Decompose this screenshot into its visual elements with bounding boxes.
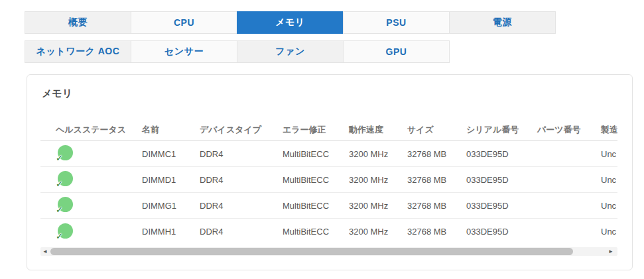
tab-psu[interactable]: PSU <box>343 11 450 34</box>
column-header: パーツ番号 <box>522 124 586 136</box>
tab-cpu[interactable]: CPU <box>131 11 237 34</box>
health-ok-icon: ✓ <box>56 223 73 241</box>
scroll-right-arrow-icon[interactable]: ► <box>606 247 615 256</box>
cell-serial: 033DE95D <box>451 149 522 159</box>
table-row: ✓DIMMC1DDR4MultiBitECC3200 MHz32768 MB03… <box>40 141 617 167</box>
cell-name: DIMMC1 <box>127 149 184 159</box>
cell-manufacturer: Unc <box>586 149 617 159</box>
tab-fan[interactable]: ファン <box>237 40 344 63</box>
health-status-cell: ✓ <box>40 223 127 241</box>
cell-size: 32768 MB <box>392 227 451 237</box>
cell-speed: 3200 MHz <box>334 201 392 211</box>
column-header: デバイスタイプ <box>184 124 267 136</box>
cell-speed: 3200 MHz <box>334 175 392 185</box>
cell-error-correction: MultiBitECC <box>267 201 334 211</box>
health-status-cell: ✓ <box>40 197 127 214</box>
table-row: ✓DIMMD1DDR4MultiBitECC3200 MHz32768 MB03… <box>40 167 617 193</box>
tab-bar-secondary: ネットワーク AOCセンサーファンGPU <box>25 40 450 63</box>
cell-speed: 3200 MHz <box>334 149 392 159</box>
scrollbar-thumb[interactable] <box>50 248 573 255</box>
cell-serial: 033DE95D <box>451 227 522 237</box>
table-header-row: ヘルスステータス名前デバイスタイプエラー修正動作速度サイズシリアル番号パーツ番号… <box>40 119 617 141</box>
cell-manufacturer: Unc <box>586 175 617 185</box>
table-body: ✓DIMMC1DDR4MultiBitECC3200 MHz32768 MB03… <box>40 141 617 245</box>
column-header: 製造元 <box>586 124 617 136</box>
column-header: 名前 <box>127 124 184 136</box>
cell-device-type: DDR4 <box>184 149 267 159</box>
column-header: サイズ <box>392 124 451 136</box>
cell-speed: 3200 MHz <box>334 227 392 237</box>
panel-title: メモリ <box>42 87 632 100</box>
cell-name: DIMMG1 <box>127 201 184 211</box>
memory-table: ヘルスステータス名前デバイスタイプエラー修正動作速度サイズシリアル番号パーツ番号… <box>40 119 617 256</box>
table-row: ✓DIMMG1DDR4MultiBitECC3200 MHz32768 MB03… <box>40 193 617 219</box>
horizontal-scrollbar[interactable]: ◄ ► <box>40 247 617 256</box>
cell-size: 32768 MB <box>392 201 451 211</box>
tab-bar-primary: 概要CPUメモリPSU電源 <box>25 11 556 34</box>
health-status-cell: ✓ <box>40 145 127 162</box>
column-header: ヘルスステータス <box>40 124 127 136</box>
cell-name: DIMMD1 <box>127 175 184 185</box>
cell-manufacturer: Unc <box>586 201 617 211</box>
cell-error-correction: MultiBitECC <box>267 227 334 237</box>
column-header: エラー修正 <box>267 124 334 136</box>
cell-manufacturer: Unc <box>586 227 617 237</box>
column-header: シリアル番号 <box>451 124 522 136</box>
cell-error-correction: MultiBitECC <box>267 149 334 159</box>
health-ok-icon: ✓ <box>56 145 73 162</box>
cell-serial: 033DE95D <box>451 201 522 211</box>
tab-network-aoc[interactable]: ネットワーク AOC <box>25 40 131 63</box>
health-status-cell: ✓ <box>40 171 127 188</box>
health-ok-icon: ✓ <box>56 171 73 188</box>
memory-panel: メモリ ヘルスステータス名前デバイスタイプエラー修正動作速度サイズシリアル番号パ… <box>27 74 633 270</box>
cell-device-type: DDR4 <box>184 201 267 211</box>
cell-name: DIMMH1 <box>127 227 184 237</box>
cell-error-correction: MultiBitECC <box>267 175 334 185</box>
cell-device-type: DDR4 <box>184 227 267 237</box>
cell-serial: 033DE95D <box>451 175 522 185</box>
cell-device-type: DDR4 <box>184 175 267 185</box>
health-ok-icon: ✓ <box>56 197 73 214</box>
tab-memory[interactable]: メモリ <box>237 11 344 34</box>
table-row: ✓DIMMH1DDR4MultiBitECC3200 MHz32768 MB03… <box>40 219 617 245</box>
tab-power[interactable]: 電源 <box>449 11 556 34</box>
tab-overview[interactable]: 概要 <box>25 11 131 34</box>
tab-sensor[interactable]: センサー <box>131 40 237 63</box>
cell-size: 32768 MB <box>392 175 451 185</box>
tab-gpu[interactable]: GPU <box>343 40 450 63</box>
scroll-left-arrow-icon[interactable]: ◄ <box>40 247 50 256</box>
column-header: 動作速度 <box>334 124 392 136</box>
cell-size: 32768 MB <box>392 149 451 159</box>
